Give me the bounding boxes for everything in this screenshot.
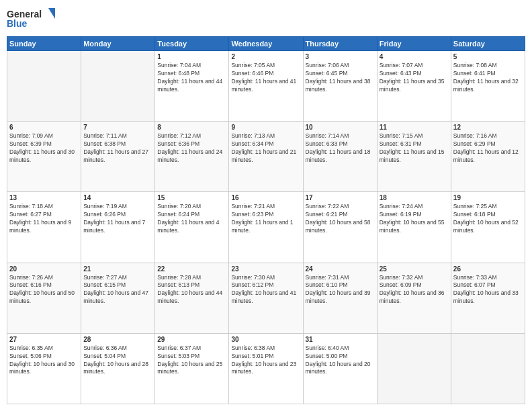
day-number: 15 <box>157 194 226 201</box>
calendar-cell: 21Sunrise: 7:27 AM Sunset: 6:15 PM Dayli… <box>81 263 155 333</box>
day-number: 16 <box>231 194 300 201</box>
day-info: Sunrise: 6:35 AM Sunset: 5:06 PM Dayligh… <box>9 345 79 377</box>
week-row-4: 20Sunrise: 7:26 AM Sunset: 6:16 PM Dayli… <box>7 263 525 333</box>
calendar-cell: 2Sunrise: 7:05 AM Sunset: 6:46 PM Daylig… <box>229 51 303 122</box>
day-number: 31 <box>306 336 375 343</box>
calendar-cell: 18Sunrise: 7:24 AM Sunset: 6:19 PM Dayli… <box>377 192 451 263</box>
day-header-saturday: Saturday <box>451 37 525 51</box>
day-number: 4 <box>380 53 449 60</box>
day-header-monday: Monday <box>81 37 155 51</box>
calendar-cell: 25Sunrise: 7:32 AM Sunset: 6:09 PM Dayli… <box>377 263 451 333</box>
day-info: Sunrise: 7:12 AM Sunset: 6:36 PM Dayligh… <box>157 132 226 165</box>
day-number: 25 <box>380 265 449 273</box>
calendar-cell: 30Sunrise: 6:38 AM Sunset: 5:01 PM Dayli… <box>229 333 303 404</box>
calendar-cell: 19Sunrise: 7:25 AM Sunset: 6:18 PM Dayli… <box>451 192 525 263</box>
day-info: Sunrise: 6:36 AM Sunset: 5:04 PM Dayligh… <box>83 345 152 377</box>
day-info: Sunrise: 7:13 AM Sunset: 6:34 PM Dayligh… <box>231 132 300 165</box>
calendar-cell: 7Sunrise: 7:11 AM Sunset: 6:38 PM Daylig… <box>81 122 155 192</box>
calendar-cell: 31Sunrise: 6:40 AM Sunset: 5:00 PM Dayli… <box>303 333 377 404</box>
calendar-cell: 23Sunrise: 7:30 AM Sunset: 6:12 PM Dayli… <box>229 263 303 333</box>
day-number: 10 <box>306 124 375 131</box>
day-info: Sunrise: 7:24 AM Sunset: 6:19 PM Dayligh… <box>380 203 449 235</box>
calendar-cell: 8Sunrise: 7:12 AM Sunset: 6:36 PM Daylig… <box>155 122 229 192</box>
day-info: Sunrise: 7:04 AM Sunset: 6:48 PM Dayligh… <box>157 62 226 94</box>
logo-svg: General Blue <box>7 7 60 31</box>
calendar-cell: 5Sunrise: 7:08 AM Sunset: 6:41 PM Daylig… <box>451 51 525 122</box>
calendar-cell: 15Sunrise: 7:20 AM Sunset: 6:24 PM Dayli… <box>155 192 229 263</box>
day-info: Sunrise: 7:16 AM Sunset: 6:29 PM Dayligh… <box>453 132 523 165</box>
day-info: Sunrise: 7:21 AM Sunset: 6:23 PM Dayligh… <box>231 203 300 235</box>
calendar-cell <box>81 51 155 122</box>
day-number: 24 <box>306 265 375 273</box>
calendar-cell: 17Sunrise: 7:22 AM Sunset: 6:21 PM Dayli… <box>303 192 377 263</box>
calendar-cell: 10Sunrise: 7:14 AM Sunset: 6:33 PM Dayli… <box>303 122 377 192</box>
calendar-cell: 26Sunrise: 7:33 AM Sunset: 6:07 PM Dayli… <box>451 263 525 333</box>
calendar-cell: 16Sunrise: 7:21 AM Sunset: 6:23 PM Dayli… <box>229 192 303 263</box>
day-info: Sunrise: 7:22 AM Sunset: 6:21 PM Dayligh… <box>306 203 375 235</box>
day-info: Sunrise: 7:11 AM Sunset: 6:38 PM Dayligh… <box>83 132 152 165</box>
day-info: Sunrise: 7:18 AM Sunset: 6:27 PM Dayligh… <box>9 203 79 235</box>
day-info: Sunrise: 7:08 AM Sunset: 6:41 PM Dayligh… <box>453 62 523 94</box>
calendar-cell: 14Sunrise: 7:19 AM Sunset: 6:26 PM Dayli… <box>81 192 155 263</box>
day-number: 9 <box>231 124 300 131</box>
day-info: Sunrise: 7:20 AM Sunset: 6:24 PM Dayligh… <box>157 203 226 235</box>
calendar-cell: 28Sunrise: 6:36 AM Sunset: 5:04 PM Dayli… <box>81 333 155 404</box>
calendar-cell: 3Sunrise: 7:06 AM Sunset: 6:45 PM Daylig… <box>303 51 377 122</box>
day-number: 29 <box>157 336 226 343</box>
calendar-cell <box>451 333 525 404</box>
day-number: 20 <box>9 265 79 273</box>
calendar-cell: 29Sunrise: 6:37 AM Sunset: 5:03 PM Dayli… <box>155 333 229 404</box>
day-number: 28 <box>83 336 152 343</box>
day-number: 8 <box>157 124 226 131</box>
day-number: 13 <box>9 194 79 201</box>
day-header-wednesday: Wednesday <box>229 37 303 51</box>
calendar-table: SundayMondayTuesdayWednesdayThursdayFrid… <box>7 36 525 404</box>
day-info: Sunrise: 7:33 AM Sunset: 6:07 PM Dayligh… <box>453 274 523 306</box>
day-info: Sunrise: 6:40 AM Sunset: 5:00 PM Dayligh… <box>306 345 375 377</box>
day-number: 7 <box>83 124 152 131</box>
header-row: SundayMondayTuesdayWednesdayThursdayFrid… <box>7 37 525 51</box>
calendar-cell: 11Sunrise: 7:15 AM Sunset: 6:31 PM Dayli… <box>377 122 451 192</box>
calendar-cell: 20Sunrise: 7:26 AM Sunset: 6:16 PM Dayli… <box>7 263 81 333</box>
day-number: 27 <box>9 336 79 343</box>
logo: General Blue <box>7 7 60 31</box>
day-info: Sunrise: 7:06 AM Sunset: 6:45 PM Dayligh… <box>306 62 375 94</box>
calendar-cell: 24Sunrise: 7:31 AM Sunset: 6:10 PM Dayli… <box>303 263 377 333</box>
calendar-cell: 1Sunrise: 7:04 AM Sunset: 6:48 PM Daylig… <box>155 51 229 122</box>
calendar-cell: 9Sunrise: 7:13 AM Sunset: 6:34 PM Daylig… <box>229 122 303 192</box>
calendar-cell: 22Sunrise: 7:28 AM Sunset: 6:13 PM Dayli… <box>155 263 229 333</box>
day-number: 18 <box>380 194 449 201</box>
day-info: Sunrise: 6:37 AM Sunset: 5:03 PM Dayligh… <box>157 345 226 377</box>
day-info: Sunrise: 7:05 AM Sunset: 6:46 PM Dayligh… <box>231 62 300 94</box>
day-number: 21 <box>83 265 152 273</box>
day-info: Sunrise: 7:27 AM Sunset: 6:15 PM Dayligh… <box>83 274 152 306</box>
day-number: 6 <box>9 124 79 131</box>
week-row-5: 27Sunrise: 6:35 AM Sunset: 5:06 PM Dayli… <box>7 333 525 404</box>
day-header-thursday: Thursday <box>303 37 377 51</box>
day-number: 26 <box>453 265 523 273</box>
svg-text:Blue: Blue <box>7 18 28 29</box>
day-header-sunday: Sunday <box>7 37 81 51</box>
day-number: 22 <box>157 265 226 273</box>
calendar-page: General Blue SundayMondayTuesdayWednesda… <box>0 0 532 411</box>
calendar-cell: 6Sunrise: 7:09 AM Sunset: 6:39 PM Daylig… <box>7 122 81 192</box>
day-number: 23 <box>231 265 300 273</box>
day-info: Sunrise: 7:32 AM Sunset: 6:09 PM Dayligh… <box>380 274 449 306</box>
day-number: 5 <box>453 53 523 60</box>
week-row-3: 13Sunrise: 7:18 AM Sunset: 6:27 PM Dayli… <box>7 192 525 263</box>
day-number: 19 <box>453 194 523 201</box>
day-number: 1 <box>157 53 226 60</box>
calendar-cell <box>377 333 451 404</box>
day-number: 12 <box>453 124 523 131</box>
day-info: Sunrise: 7:07 AM Sunset: 6:43 PM Dayligh… <box>380 62 449 94</box>
day-number: 30 <box>231 336 300 343</box>
day-number: 11 <box>380 124 449 131</box>
calendar-cell <box>7 51 81 122</box>
calendar-cell: 4Sunrise: 7:07 AM Sunset: 6:43 PM Daylig… <box>377 51 451 122</box>
day-info: Sunrise: 6:38 AM Sunset: 5:01 PM Dayligh… <box>231 345 300 377</box>
day-info: Sunrise: 7:28 AM Sunset: 6:13 PM Dayligh… <box>157 274 226 306</box>
calendar-cell: 27Sunrise: 6:35 AM Sunset: 5:06 PM Dayli… <box>7 333 81 404</box>
day-info: Sunrise: 7:15 AM Sunset: 6:31 PM Dayligh… <box>380 132 449 165</box>
day-number: 3 <box>306 53 375 60</box>
svg-marker-2 <box>48 8 55 19</box>
